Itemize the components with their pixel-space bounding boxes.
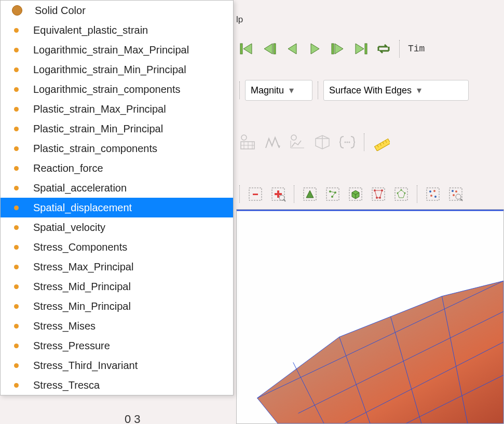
svg-point-51 [430, 195, 432, 197]
color-array-item[interactable]: Plastic_strain_Min_Principal [1, 119, 233, 139]
svg-marker-60 [257, 281, 503, 423]
color-array-item-label: Plastic_strain_Min_Principal [33, 123, 163, 135]
color-array-item[interactable]: Logarithmic_strain_Max_Principal [1, 40, 233, 60]
color-array-item-label: Spatial_displacement [33, 202, 132, 214]
svg-marker-5 [311, 44, 319, 54]
time-toolbar: Tim [236, 36, 504, 61]
svg-rect-3 [274, 44, 276, 54]
select-polygon-button[interactable] [391, 184, 412, 204]
point-data-icon [14, 245, 19, 250]
separator [318, 81, 318, 99]
point-data-icon [14, 87, 19, 92]
svg-rect-48 [427, 188, 439, 200]
color-array-item[interactable]: Plastic_strain_Max_Principal [1, 99, 233, 119]
filters-toolbar [236, 129, 504, 156]
color-array-item-label: Logarithmic_strain_components [33, 84, 181, 95]
point-data-icon [14, 166, 19, 171]
color-array-item[interactable]: Stress_Components [1, 237, 233, 257]
svg-marker-30 [306, 190, 314, 198]
color-array-item-label: Equivalent_plastic_strain [33, 24, 148, 36]
color-array-item[interactable]: Plastic_strain_components [1, 139, 233, 158]
svg-line-36 [332, 193, 335, 197]
first-frame-button[interactable] [236, 38, 257, 59]
svg-rect-23 [253, 194, 258, 195]
loop-button[interactable] [373, 38, 394, 59]
point-data-icon [14, 265, 19, 269]
point-data-icon [14, 186, 19, 190]
color-array-item[interactable]: Stress_Mises [1, 316, 233, 336]
point-data-icon [14, 284, 19, 289]
color-array-item[interactable]: Reaction_force [1, 158, 233, 178]
color-array-item[interactable]: Stress_Tresca [1, 375, 233, 395]
play-reverse-button[interactable] [282, 38, 303, 59]
color-array-item-label: Reaction_force [33, 162, 103, 174]
point-data-icon [14, 67, 19, 72]
color-array-item[interactable]: Spatial_velocity [1, 217, 233, 237]
svg-line-28 [283, 199, 285, 201]
selection-toolbar [236, 182, 504, 207]
warp-icon[interactable] [261, 131, 284, 154]
representation-combo[interactable]: Surface With Edges ▾ [323, 80, 469, 101]
svg-marker-4 [288, 44, 296, 54]
select-scatter-button[interactable] [423, 184, 443, 204]
point-data-icon [14, 344, 19, 348]
solid-color-swatch-icon [12, 5, 22, 16]
color-array-item[interactable]: Stress_Third_Invariant [1, 355, 233, 375]
select-triangle-button[interactable] [299, 184, 320, 204]
svg-marker-1 [243, 44, 252, 54]
magnitude-combo[interactable]: Magnitu ▾ [245, 80, 312, 101]
svg-point-39 [374, 189, 376, 192]
point-data-icon [14, 304, 19, 309]
remove-selection-button[interactable] [245, 184, 266, 204]
display-toolbar: Magnitu ▾ Surface With Edges ▾ [236, 78, 504, 103]
svg-rect-31 [326, 188, 339, 200]
color-array-dropdown[interactable]: Solid ColorEquivalent_plastic_strainLoga… [0, 0, 234, 395]
color-array-item-label: Stress_Mises [33, 320, 96, 332]
color-array-item[interactable]: Logarithmic_strain_Min_Principal [1, 60, 233, 79]
svg-point-52 [434, 196, 437, 198]
last-frame-button[interactable] [350, 38, 371, 59]
color-array-item[interactable]: Spatial_acceleration [1, 178, 233, 198]
svg-rect-0 [240, 44, 242, 54]
select-frustum-button[interactable] [368, 184, 389, 204]
color-array-item[interactable]: Spatial_displacement [1, 198, 233, 217]
svg-point-13 [291, 135, 296, 140]
color-array-item[interactable]: Equivalent_plastic_strain [1, 20, 233, 40]
color-array-item[interactable]: Stress_Mid_Principal [1, 277, 233, 296]
time-keeper-icon[interactable] [236, 131, 259, 154]
brackets-icon[interactable] [336, 131, 359, 154]
separator [399, 40, 400, 58]
point-data-icon [14, 127, 19, 131]
time-field-label: Tim [408, 44, 425, 54]
separator [294, 185, 294, 203]
cube-icon[interactable] [311, 131, 334, 154]
step-forward-button[interactable] [328, 38, 348, 59]
color-array-item[interactable]: Solid Color [1, 1, 233, 20]
time-chart-icon[interactable] [286, 131, 309, 154]
svg-marker-7 [335, 44, 343, 54]
color-array-item-label: Stress_Mid_Principal [33, 281, 131, 293]
step-back-button[interactable] [259, 38, 280, 59]
render-view[interactable] [236, 209, 504, 424]
color-array-item[interactable]: Logarithmic_strain_components [1, 79, 233, 99]
svg-point-50 [433, 190, 435, 192]
svg-point-16 [349, 142, 350, 143]
color-array-item-label: Stress_Components [33, 241, 127, 253]
svg-point-15 [347, 142, 348, 143]
color-array-item[interactable]: Stress_Max_Principal [1, 257, 233, 277]
color-array-item-label: Spatial_velocity [33, 222, 105, 234]
separator [417, 185, 417, 203]
svg-point-49 [429, 190, 431, 193]
select-scatter-zoom-button[interactable] [445, 184, 466, 204]
color-array-item[interactable]: Stress_Pressure [1, 336, 233, 355]
color-array-item-label: Spatial_acceleration [33, 182, 127, 194]
add-selection-button[interactable] [268, 184, 289, 204]
color-array-item[interactable]: Stress_Min_Principal [1, 296, 233, 316]
ruler-icon[interactable] [370, 131, 392, 154]
select-box-button[interactable] [345, 184, 366, 204]
svg-rect-9 [365, 44, 367, 54]
svg-point-57 [456, 194, 461, 199]
play-forward-button[interactable] [305, 38, 325, 59]
select-points-button[interactable] [322, 184, 343, 204]
color-array-item-label: Logarithmic_strain_Min_Principal [33, 64, 186, 76]
